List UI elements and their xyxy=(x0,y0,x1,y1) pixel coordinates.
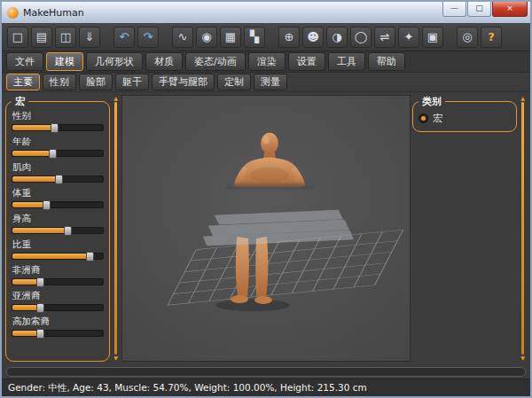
slider-muscle-handle[interactable] xyxy=(55,175,63,184)
slider-proportions-track[interactable] xyxy=(12,253,104,260)
scroll-down-icon[interactable]: ▼ xyxy=(520,355,525,361)
help-icon[interactable]: ? xyxy=(481,27,502,48)
grab-screen-icon[interactable]: ▣ xyxy=(422,27,443,48)
maximize-button[interactable]: □ xyxy=(467,2,491,17)
slider-african-track[interactable] xyxy=(12,278,104,285)
tab-measure[interactable]: 测量 xyxy=(254,74,287,90)
viewport-canvas xyxy=(122,96,410,361)
pose-icon[interactable]: ✦ xyxy=(398,27,419,48)
slider-age: 年龄 xyxy=(12,136,104,157)
category-option-macro[interactable]: 宏 xyxy=(419,110,511,126)
slider-gender-handle[interactable] xyxy=(51,123,59,133)
camera-icon[interactable]: ◎ xyxy=(457,27,478,48)
category-panel: 类别 宏 xyxy=(412,95,517,362)
undo-icon[interactable]: ↶ xyxy=(113,27,135,48)
title-bar[interactable]: MakeHuman — □ × xyxy=(2,2,530,23)
makehuman-window: MakeHuman — □ × □ ▤ ◫ ⇓ ↶ ↷ ∿ ◉ ▦ ▚ ⊕ ☻ … xyxy=(0,0,532,398)
main-area: 宏 性别 年龄 肌肉 xyxy=(2,92,530,364)
measure-planes xyxy=(203,210,353,246)
scroll-down-icon[interactable]: ▼ xyxy=(113,355,118,361)
menu-tab-materials[interactable]: 材质 xyxy=(145,52,183,71)
slider-asian-track[interactable] xyxy=(12,304,104,311)
slider-african-handle[interactable] xyxy=(36,277,44,287)
tab-arms-legs[interactable]: 手臂与腿部 xyxy=(152,74,215,90)
window-title: MakeHuman xyxy=(23,7,442,19)
slider-caucasian: 高加索裔 xyxy=(12,316,104,337)
menu-tab-rendering[interactable]: 渲染 xyxy=(248,52,286,71)
slider-asian-handle[interactable] xyxy=(36,303,44,313)
app-logo-icon xyxy=(7,7,19,19)
menu-tab-utilities[interactable]: 工具 xyxy=(328,52,365,71)
slider-age-track[interactable] xyxy=(12,150,104,157)
slider-gender: 性别 xyxy=(12,110,104,131)
viewport-3d[interactable] xyxy=(121,95,411,362)
tab-gender[interactable]: 性别 xyxy=(43,74,76,90)
slider-asian: 亚洲裔 xyxy=(12,290,104,311)
menu-tab-help[interactable]: 帮助 xyxy=(368,52,405,71)
scrollbar-track[interactable] xyxy=(114,102,117,355)
smooth-shading-icon[interactable]: ∿ xyxy=(172,27,193,48)
status-bar: Gender: 中性, Age: 43, Muscle: 54.70%, Wei… xyxy=(2,378,530,396)
main-toolbar: □ ▤ ◫ ⇓ ↶ ↷ ∿ ◉ ▦ ▚ ⊕ ☻ ◑ ◯ ⇌ ✦ ▣ ◎ ? xyxy=(2,23,530,51)
subdivide-icon[interactable]: ◉ xyxy=(196,27,217,48)
menu-tab-geometries[interactable]: 几何形状 xyxy=(86,52,143,71)
status-text: Gender: 中性, Age: 43, Muscle: 54.70%, Wei… xyxy=(8,382,367,394)
minimize-button[interactable]: — xyxy=(442,2,466,17)
load-file-icon[interactable]: ▤ xyxy=(31,27,52,48)
symmetry-icon[interactable]: ⇌ xyxy=(374,27,395,48)
tab-custom[interactable]: 定制 xyxy=(217,74,251,90)
macro-groupbox: 宏 性别 年龄 肌肉 xyxy=(5,95,110,362)
wireframe-icon[interactable]: ▦ xyxy=(220,27,241,48)
slider-caucasian-handle[interactable] xyxy=(36,329,44,339)
menu-tab-file[interactable]: 文件 xyxy=(6,52,43,71)
slider-weight-handle[interactable] xyxy=(43,200,51,210)
window-controls: — □ × xyxy=(442,2,530,17)
tab-main[interactable]: 主要 xyxy=(6,74,40,90)
close-button[interactable]: × xyxy=(492,2,528,17)
slider-height-handle[interactable] xyxy=(64,226,72,236)
slider-gender-track[interactable] xyxy=(12,124,104,131)
left-panel-scrollbar[interactable]: ▲ ▼ xyxy=(112,95,120,362)
scrollbar-track[interactable] xyxy=(521,102,524,355)
slider-height: 身高 xyxy=(12,213,104,234)
progress-row xyxy=(2,364,530,378)
right-panel-scrollbar[interactable]: ▲ ▼ xyxy=(519,95,527,362)
slider-caucasian-track[interactable] xyxy=(12,330,104,337)
slider-african: 非洲裔 xyxy=(12,264,104,285)
menu-tab-modelling[interactable]: 建模 xyxy=(46,52,83,71)
menu-tab-settings[interactable]: 设置 xyxy=(288,52,325,71)
redo-icon[interactable]: ↷ xyxy=(137,27,159,48)
slider-muscle-track[interactable] xyxy=(12,176,104,183)
slider-height-track[interactable] xyxy=(12,227,104,234)
orbit-view-icon[interactable]: ◯ xyxy=(350,27,372,48)
side-view-icon[interactable]: ◑ xyxy=(326,27,348,48)
macro-panel: 宏 性别 年龄 肌肉 xyxy=(5,95,110,362)
sub-tab-bar: 主要 性别 脸部 躯干 手臂与腿部 定制 测量 xyxy=(2,73,530,92)
slider-muscle: 肌肉 xyxy=(12,161,104,183)
scroll-up-icon[interactable]: ▲ xyxy=(520,96,525,101)
new-file-icon[interactable]: □ xyxy=(7,27,28,48)
menu-tab-bar: 文件 建模 几何形状 材质 姿态/动画 渲染 设置 工具 帮助 xyxy=(2,51,530,73)
slider-proportions-handle[interactable] xyxy=(86,252,94,261)
save-file-icon[interactable]: ◫ xyxy=(55,27,76,48)
scroll-up-icon[interactable]: ▲ xyxy=(113,96,118,101)
tab-face[interactable]: 脸部 xyxy=(79,74,113,90)
slider-age-handle[interactable] xyxy=(49,149,57,159)
menu-tab-pose-animate[interactable]: 姿态/动画 xyxy=(185,52,246,71)
background-icon[interactable]: ▚ xyxy=(244,27,265,48)
category-option-label: 宏 xyxy=(433,112,442,125)
progress-bar xyxy=(6,367,526,377)
category-panel-title: 类别 xyxy=(419,95,445,108)
top-view-icon[interactable]: ⊕ xyxy=(278,27,300,48)
tab-torso[interactable]: 躯干 xyxy=(115,74,149,90)
category-groupbox: 类别 宏 xyxy=(412,95,517,132)
front-view-icon[interactable]: ☻ xyxy=(302,27,324,48)
radio-selected-icon xyxy=(419,113,428,123)
export-file-icon[interactable]: ⇓ xyxy=(79,27,100,48)
macro-panel-title: 宏 xyxy=(12,95,28,108)
slider-weight: 体重 xyxy=(12,187,104,208)
slider-weight-track[interactable] xyxy=(12,201,104,208)
slider-proportions: 比重 xyxy=(12,238,104,260)
